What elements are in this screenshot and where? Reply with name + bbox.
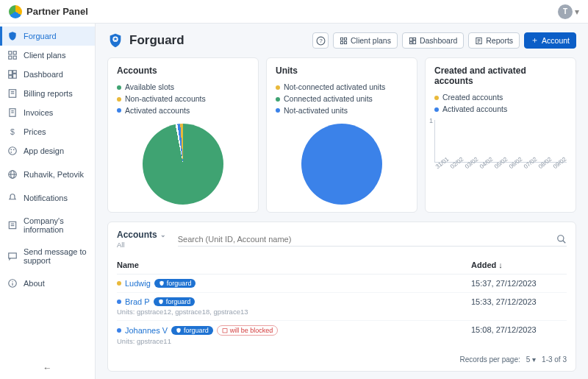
accounts-card: Accounts Available slotsNon-activated ac… [107,57,259,213]
sort-down-icon: ↓ [498,261,503,269]
svg-rect-4 [9,71,12,75]
grid-icon [7,50,18,60]
sidebar-item-label: App design [24,146,64,155]
palette-icon [7,146,18,156]
shield-icon [159,280,165,286]
svg-rect-1 [13,52,16,54]
sidebar-item-send-message-to-support[interactable]: Send message to support [0,243,95,269]
svg-rect-46 [223,329,227,333]
svg-rect-33 [344,38,346,40]
svg-rect-36 [409,38,412,41]
about-icon [7,278,18,288]
shield-icon [107,32,123,49]
table-row[interactable]: Johannes Vforguardwill be blockedUnits: … [117,321,567,350]
svg-rect-38 [413,40,416,44]
help-button[interactable]: ? [312,32,329,49]
svg-rect-3 [13,56,16,59]
globe-icon [7,169,18,180]
legend-item: Non-activated accounts [117,93,249,105]
report-icon [475,37,483,45]
table-title[interactable]: Accounts ⌄ [117,230,166,240]
accounts-table-card: Accounts ⌄ All Name Added↓ Ludwigforguar… [107,222,576,372]
dashboard-icon [7,69,18,79]
search-icon [556,234,567,244]
column-name-header[interactable]: Name [117,261,471,269]
account-name-link[interactable]: Ludwig [125,279,151,288]
units-pie-chart [301,124,382,205]
user-menu[interactable]: T ▾ [558,4,579,19]
table-row[interactable]: Ludwigforguard15:37, 27/12/2023 [117,274,567,293]
svg-point-15 [9,147,17,155]
table-subtitle: All [117,241,166,249]
svg-line-45 [563,241,566,244]
sidebar-item-prices[interactable]: $Prices [0,122,95,141]
svg-rect-32 [340,38,343,40]
svg-text:$: $ [10,127,15,136]
block-warning-badge: will be blocked [217,325,279,336]
sidebar-item-notifications[interactable]: Notifications [0,188,95,208]
sidebar-item-billing-reports[interactable]: Billing reports [0,84,95,103]
dashboard-icon [409,37,417,45]
column-added-header[interactable]: Added↓ [471,261,567,269]
status-dot [117,300,121,304]
sidebar-item-label: Prices [24,127,46,136]
sidebar-item-client-plans[interactable]: Client plans [0,46,95,65]
sidebar-item-invoices[interactable]: Invoices [0,103,95,122]
info-icon [7,220,18,230]
shield-icon [176,327,182,333]
sidebar-item-label: Ruhavik, Petovik [24,170,84,179]
brand: Partner Panel [9,5,88,18]
svg-rect-39 [409,41,412,43]
added-timestamp: 15:08, 27/12/2023 [471,325,567,345]
sidebar-item-dashboard[interactable]: Dashboard [0,65,95,84]
search-input[interactable] [178,235,556,244]
reports-button[interactable]: Reports [468,32,520,49]
card-title: Accounts [117,65,249,76]
sidebar-item-ruhavik-petovik[interactable]: Ruhavik, Petovik [0,165,95,184]
added-timestamp: 15:37, 27/12/2023 [471,279,567,288]
sidebar-item-label: Company's information [24,216,87,234]
table-row[interactable]: Brad PforguardUnits: gpstrace12, gpstrac… [117,293,567,321]
sidebar-item-label: Notifications [24,194,68,202]
avatar: T [558,4,573,19]
sidebar-item-about[interactable]: About [0,274,95,293]
collapse-sidebar-icon[interactable]: ← [43,363,52,373]
units-card: Units Not-connected activated unitsConne… [266,57,417,213]
sidebar-item-forguard[interactable]: Forguard [0,26,95,46]
legend-item: Not-activated units [276,105,408,117]
accounts-pie-chart [143,124,223,205]
svg-point-44 [558,235,564,241]
sidebar-item-company-s-information[interactable]: Company's information [0,212,95,238]
account-name-link[interactable]: Johannes V [125,326,168,335]
dashboard-button[interactable]: Dashboard [402,32,464,49]
app-badge: forguard [154,297,196,306]
row-units: Units: gpstrace12, gpstrace18, gpstrace1… [117,308,471,316]
shield-icon [7,31,18,41]
sidebar-item-label: Billing reports [24,89,73,98]
plus-icon: ＋ [531,35,539,46]
card-title: Created and activated accounts [434,65,567,86]
invoice-icon [7,107,18,118]
calendar-x-icon [222,327,228,333]
rows-per-page-select[interactable]: 5 ▾ [526,355,536,364]
svg-point-16 [10,149,12,150]
client-plans-button[interactable]: Client plans [333,32,398,49]
sidebar-item-app-design[interactable]: App design [0,141,95,160]
bell-icon [7,193,18,203]
help-icon: ? [316,36,326,46]
svg-point-17 [13,149,15,150]
legend-item: Activated accounts [117,105,249,117]
svg-point-27 [12,281,12,282]
add-account-button[interactable]: ＋Account [524,32,576,49]
added-timestamp: 15:33, 27/12/2023 [471,297,567,316]
account-name-link[interactable]: Brad P [125,297,150,306]
sidebar-item-label: About [24,279,45,288]
legend-item: Created accounts [434,92,567,104]
grid-icon [340,37,348,45]
sidebar-item-label: Forguard [24,32,57,40]
report-icon [7,88,18,99]
search-field[interactable] [178,233,567,247]
sidebar-item-label: Client plans [24,51,65,60]
sidebar: ForguardClient plansDashboardBilling rep… [0,24,96,379]
created-accounts-card: Created and activated accounts Created a… [425,57,576,213]
